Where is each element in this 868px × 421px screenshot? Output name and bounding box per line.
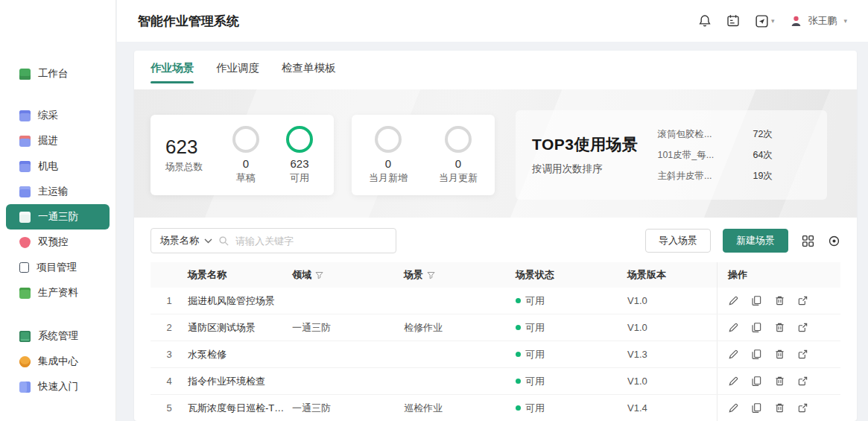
tab-scene[interactable]: 作业场景 [151, 61, 194, 83]
copy-icon[interactable] [751, 295, 762, 306]
shield-icon [19, 237, 31, 248]
card-view-icon[interactable] [802, 235, 814, 247]
row-index: 3 [151, 349, 188, 360]
ring-gray [232, 126, 259, 153]
tab-checklist-template[interactable]: 检查单模板 [282, 61, 336, 83]
sidebar-item-label: 双预控 [38, 235, 69, 249]
sidebar-item-yitongsanfang[interactable]: 一通三防 [6, 204, 110, 230]
top3-item-count: 19次 [753, 170, 772, 183]
create-scene-button[interactable]: 新建场景 [723, 229, 788, 253]
edit-icon[interactable] [728, 376, 739, 387]
ring-gray [375, 126, 402, 153]
copy-icon[interactable] [751, 376, 762, 387]
scene-name: 通防区测试场景 [188, 321, 292, 335]
stat-value: 623 [290, 157, 308, 170]
status-dot [516, 298, 521, 303]
folder-icon [19, 288, 31, 299]
sidebar-item-zhuyunshu[interactable]: 主运输 [6, 179, 110, 204]
settings-gear-icon[interactable] [828, 235, 840, 247]
edit-icon[interactable] [728, 402, 739, 414]
sidebar-item-label: 集成中心 [38, 355, 78, 368]
table-row: 5 瓦斯浓度每日巡检-TF... 一通三防 巡检作业 可用 V1.4 [151, 395, 840, 421]
status-dot [516, 325, 521, 330]
sidebar-item-label: 机电 [38, 159, 58, 173]
chevron-down-icon [204, 238, 212, 244]
scene-type: 检修作业 [404, 321, 516, 335]
export-icon[interactable] [797, 402, 808, 414]
tab-schedule[interactable]: 作业调度 [216, 61, 259, 83]
home-icon [19, 69, 31, 80]
integration-icon [19, 356, 31, 367]
chevron-down-icon: ▾ [771, 17, 775, 25]
stats-banner: 623 场景总数 0 草稿 623 可用 0 当月新增 [134, 89, 857, 218]
top3-title: TOP3使用场景 [532, 134, 638, 155]
filter-funnel-icon[interactable] [315, 271, 323, 279]
stat-label: 当月新增 [369, 171, 408, 185]
scene-domain: 一通三防 [292, 321, 404, 335]
sidebar-item-kuairurumen[interactable]: 快速入门 [6, 374, 110, 399]
sidebar-item-label: 一通三防 [38, 210, 78, 224]
row-index: 4 [151, 376, 188, 387]
scene-name: 掘进机风险管控场景 [188, 294, 292, 308]
panel-icon [19, 212, 31, 223]
edit-icon[interactable] [728, 295, 739, 306]
import-scene-button[interactable]: 导入场景 [645, 229, 711, 253]
col-header-name: 场景名称 [188, 268, 292, 282]
edit-icon[interactable] [728, 349, 739, 360]
delete-icon[interactable] [774, 295, 785, 306]
filter-funnel-icon[interactable] [427, 271, 435, 279]
row-index: 5 [151, 402, 188, 414]
row-index: 1 [151, 295, 188, 306]
top3-item: 主斜井皮带... 19次 [657, 170, 811, 183]
sidebar-item-jidian[interactable]: 机电 [6, 153, 110, 179]
search-input[interactable] [235, 235, 387, 247]
sidebar-item-workbench[interactable]: 工作台 [6, 61, 110, 86]
copy-icon[interactable] [751, 402, 762, 414]
export-icon[interactable] [797, 322, 808, 333]
stat-value: 0 [243, 157, 249, 170]
app-switcher-icon[interactable]: ▾ [755, 14, 775, 28]
calendar-icon[interactable] [726, 14, 740, 28]
scene-version: V1.0 [627, 295, 717, 306]
status-dot [516, 379, 521, 384]
search-icon [218, 235, 229, 247]
delete-icon[interactable] [774, 349, 785, 360]
status-dot [516, 405, 521, 411]
copy-icon[interactable] [751, 349, 762, 360]
export-icon[interactable] [797, 349, 808, 360]
sidebar-item-label: 快速入门 [38, 380, 78, 393]
bell-icon[interactable] [698, 14, 712, 28]
export-icon[interactable] [797, 295, 808, 306]
scene-type: 巡检作业 [404, 402, 516, 415]
top3-panel: TOP3使用场景 按调用次数排序 滚筒包胶检... 72次 101皮带_每...… [516, 110, 827, 200]
sidebar-item-shengchanziliao[interactable]: 生产资料 [6, 280, 110, 306]
edit-icon[interactable] [728, 322, 739, 333]
sidebar-item-juejin[interactable]: 掘进 [6, 128, 110, 153]
sidebar-item-xitongguanli[interactable]: 系统管理 [6, 323, 110, 349]
col-header-scene: 场景 [404, 268, 516, 282]
table-row: 1 掘进机风险管控场景 可用 V1.0 [151, 288, 840, 314]
delete-icon[interactable] [774, 322, 785, 333]
stat-month-new: 0 当月新增 [369, 126, 408, 185]
copy-icon[interactable] [751, 322, 762, 333]
sidebar-item-jichengzhongxin[interactable]: 集成中心 [6, 349, 110, 374]
ring-gray [445, 126, 472, 153]
sidebar-item-shuangyukong[interactable]: 双预控 [6, 230, 110, 255]
col-header-version: 场景版本 [627, 268, 717, 282]
delete-icon[interactable] [774, 376, 785, 387]
export-icon[interactable] [797, 376, 808, 387]
stat-label: 可用 [290, 171, 309, 185]
filter-field-select[interactable]: 场景名称 [160, 234, 212, 247]
sidebar-item-xiangmuguanli[interactable]: 项目管理 [6, 255, 110, 280]
panel-icon [19, 110, 31, 121]
scene-domain: 一通三防 [292, 402, 404, 415]
status-badge: 可用 [516, 294, 627, 308]
sidebar-item-zongcai[interactable]: 综采 [6, 103, 110, 128]
scene-name: 水泵检修 [188, 348, 292, 361]
ring-green [286, 126, 313, 153]
delete-icon[interactable] [774, 402, 785, 414]
user-menu[interactable]: 张王鹏 ▾ [789, 14, 847, 28]
panel-icon [19, 186, 31, 197]
panel-icon [19, 136, 31, 147]
scene-name: 指令作业环境检查 [188, 375, 292, 388]
